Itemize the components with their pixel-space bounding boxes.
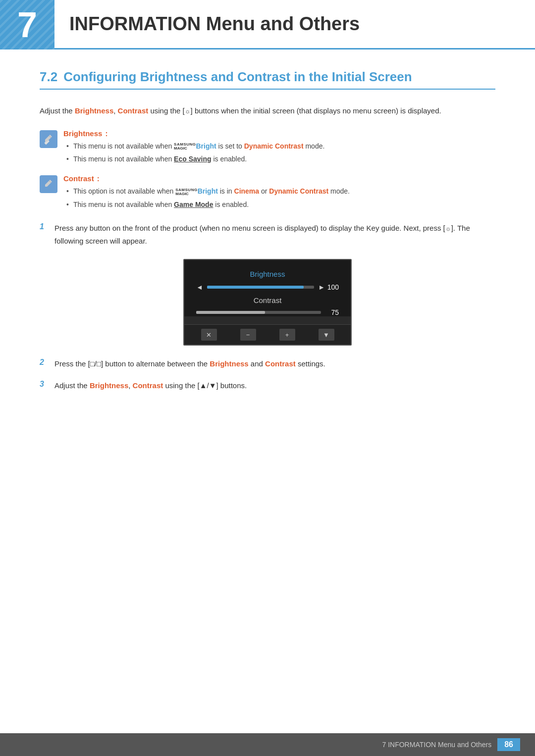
- toolbar-btn-plus[interactable]: +: [279, 329, 295, 341]
- samsung-bright-1: Bright: [196, 142, 216, 150]
- footer-text: 7 INFORMATION Menu and Others: [382, 741, 492, 749]
- brightness-bullet-1: This menu is not available when SAMSUNG …: [63, 141, 495, 151]
- chapter-number: 7: [17, 7, 37, 43]
- step-3-text: Adjust the Brightness, Contrast using th…: [54, 379, 495, 392]
- contrast-slider-row: 75: [196, 308, 339, 316]
- brightness-slider-track: [207, 286, 314, 289]
- sun-icon: ☼: [185, 106, 191, 117]
- contrast-term: Contrast: [118, 106, 149, 115]
- contrast-bullets: This option is not available when SAMSUN…: [63, 186, 495, 210]
- sun-icon-2: ☼: [445, 223, 451, 234]
- step2-contrast: Contrast: [265, 359, 296, 368]
- eco-saving: Eco Saving: [174, 155, 211, 163]
- contrast-slider-track: [196, 311, 321, 314]
- toolbar-btn-menu[interactable]: ▼: [319, 329, 334, 341]
- contrast-bullet-2: This menu is not available when Game Mod…: [63, 199, 495, 210]
- screen-toolbar: ✕ − + ▼: [184, 324, 351, 345]
- brightness-bullet-2: This menu is not available when Eco Savi…: [63, 153, 495, 164]
- step-3: 3 Adjust the Brightness, Contrast using …: [40, 379, 495, 392]
- step-2-text: Press the [□/□] button to alternate betw…: [54, 357, 495, 370]
- screen-container: Brightness ◄ ► 100 Contrast: [40, 259, 495, 346]
- svg-marker-3: [45, 180, 52, 187]
- contrast-value: 75: [325, 308, 339, 316]
- chapter-title-block: INFORMATION Menu and Others: [54, 0, 535, 50]
- dynamic-contrast-2: Dynamic Contrast: [269, 187, 328, 195]
- brightness-note: Brightness : This menu is not available …: [40, 129, 495, 167]
- brightness-note-icon: [40, 130, 57, 148]
- section-title: Configuring Brightness and Contrast in t…: [63, 69, 412, 84]
- brightness-slider-row: ◄ ► 100: [196, 283, 339, 291]
- screen-inner: Brightness ◄ ► 100 Contrast: [184, 260, 351, 316]
- screen-contrast-label: Contrast: [196, 296, 339, 304]
- brightness-term: Brightness: [75, 106, 113, 115]
- samsung-magic-logo-2: SAMSUNG MAGIC: [175, 188, 197, 196]
- brightness-slider-fill: [207, 286, 304, 289]
- contrast-slider-fill: [196, 311, 265, 314]
- dynamic-contrast-1: Dynamic Contrast: [244, 142, 304, 150]
- contrast-note: Contrast : This option is not available …: [40, 174, 495, 212]
- step-1-text: Press any button on the front of the pro…: [54, 222, 495, 247]
- screen-brightness-label: Brightness: [196, 270, 339, 278]
- cinema-mode: Cinema: [234, 187, 260, 195]
- screen-simulation: Brightness ◄ ► 100 Contrast: [183, 259, 352, 346]
- brightness-value: 100: [325, 283, 339, 291]
- slider-right-arrow: ►: [318, 283, 325, 291]
- pencil-icon-2: [43, 179, 54, 190]
- slider-left-arrow: ◄: [196, 283, 203, 291]
- toolbar-btn-x[interactable]: ✕: [201, 329, 217, 341]
- intro-paragraph: Adjust the Brightness, Contrast using th…: [40, 104, 495, 117]
- step3-contrast: Contrast: [133, 381, 163, 390]
- footer-page: 86: [497, 738, 520, 751]
- step3-brightness: Brightness: [90, 381, 128, 390]
- contrast-note-icon: [40, 175, 57, 193]
- main-content: 7.2Configuring Brightness and Contrast i…: [0, 69, 535, 440]
- pencil-icon: [43, 134, 54, 145]
- contrast-note-content: Contrast : This option is not available …: [63, 174, 495, 212]
- steps-section: 1 Press any button on the front of the p…: [40, 222, 495, 392]
- contrast-note-title: Contrast :: [63, 174, 495, 183]
- game-mode: Game Mode: [174, 201, 213, 208]
- brightness-note-content: Brightness : This menu is not available …: [63, 129, 495, 167]
- step-1-number: 1: [40, 222, 54, 231]
- step-1: 1 Press any button on the front of the p…: [40, 222, 495, 247]
- samsung-magic-logo-1: SAMSUNG MAGIC: [174, 143, 196, 151]
- step-2-number: 2: [40, 358, 54, 367]
- page-header: 7 INFORMATION Menu and Others: [0, 0, 535, 50]
- section-number: 7.2: [40, 69, 57, 84]
- contrast-bullet-1: This option is not available when SAMSUN…: [63, 186, 495, 197]
- chapter-number-block: 7: [0, 0, 54, 50]
- brightness-bullets: This menu is not available when SAMSUNG …: [63, 141, 495, 165]
- step-2: 2 Press the [□/□] button to alternate be…: [40, 357, 495, 370]
- page-footer: 7 INFORMATION Menu and Others 86: [0, 733, 535, 756]
- brightness-note-title: Brightness :: [63, 129, 495, 138]
- samsung-bright-2: Bright: [198, 187, 218, 195]
- step-3-number: 3: [40, 380, 54, 389]
- chapter-title: INFORMATION Menu and Others: [69, 13, 360, 35]
- toolbar-btn-minus[interactable]: −: [240, 329, 256, 341]
- step2-brightness: Brightness: [210, 359, 248, 368]
- section-heading: 7.2Configuring Brightness and Contrast i…: [40, 69, 495, 90]
